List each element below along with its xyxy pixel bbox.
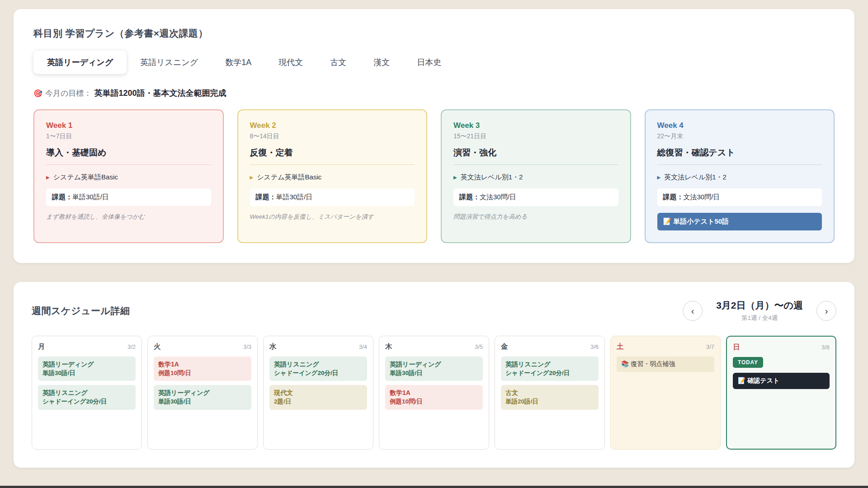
day-header: 水 3/4 [269,342,367,352]
week-3-card: Week 3 15〜21日目 演習・強化 ▶ 英文法レベル別1・2 課題：文法3… [441,109,631,243]
week-day-range: 15〜21日目 [453,132,618,141]
day-date: 3/3 [243,343,251,350]
schedule-item: 英語リーディング 単語30語/日 [385,357,483,381]
task-value: 単語30語/日 [72,193,109,201]
week-name: Week 1 [46,121,211,130]
item-subject: 古文 [505,389,594,398]
book-title: 英文法レベル別1・2 [664,173,726,182]
day-date: 3/4 [359,343,367,350]
test-label: 確認テスト [747,377,779,384]
day-header: 木 3/5 [385,342,483,352]
day-header: 火 3/3 [154,342,251,352]
next-week-button[interactable]: › [816,301,836,321]
item-task: 例題10問/日 [158,369,247,378]
tab-math-1a[interactable]: 数学1A [212,51,265,74]
item-task: 例題10問/日 [390,398,478,406]
week-book: ▶ システム英単語Basic [250,173,415,182]
task-label: 課題： [52,193,72,201]
tab-japanese-history[interactable]: 日本史 [403,51,455,74]
chevron-right-icon: › [825,306,828,315]
item-task: シャドーイング20分/日 [505,369,594,378]
tab-classical-japanese[interactable]: 古文 [316,51,360,74]
week-heading: 3月2日（月）〜の週 第1週 / 全4週 [716,299,803,322]
week-name: Week 3 [453,121,618,130]
tab-english-reading[interactable]: 英語リーディング [33,51,127,74]
item-subject: 現代文 [274,389,363,398]
week-day-range: 22〜月末 [657,132,822,141]
tab-modern-japanese[interactable]: 現代文 [265,51,316,74]
goal-text: 英単語1200語・基本文法全範囲完成 [94,88,226,99]
books-icon: 📚 [621,360,629,367]
day-header: 金 3/6 [501,342,599,352]
book-title: システム英単語Basic [257,173,321,182]
week-task-box: 課題：文法30問/日 [453,188,618,206]
week-task-box: 課題：文法30問/日 [657,188,822,206]
week-2-card: Week 2 8〜14日目 反復・定着 ▶ システム英単語Basic 課題：単語… [237,109,428,243]
monthly-goal: 🎯 今月の目標： 英単語1200語・基本文法全範囲完成 [33,88,835,99]
schedule-item: 英語リスニング シャドーイング20分/日 [269,357,367,381]
item-task: 単語20語/日 [505,398,594,406]
study-plan-card: 科目別 学習プラン（参考書×週次課題） 英語リーディング 英語リスニング 数学1… [14,9,854,263]
item-task: 単語30語/日 [42,369,131,378]
schedule-item: 数学1A 例題10問/日 [154,357,251,381]
schedule-title: 週間スケジュール詳細 [32,305,130,317]
day-column-thu: 木 3/5 英語リーディング 単語30語/日 数学1A 例題10問/日 [379,336,489,450]
subject-tabs: 英語リーディング 英語リスニング 数学1A 現代文 古文 漢文 日本史 [33,51,835,74]
plan-title: 科目別 学習プラン（参考書×週次課題） [33,27,835,40]
day-date: 3/7 [706,343,714,350]
weekly-schedule-card: 週間スケジュール詳細 ‹ 3月2日（月）〜の週 第1週 / 全4週 › 月 3/… [14,282,854,468]
day-header: 月 3/2 [38,342,136,352]
book-title: 英文法レベル別1・2 [461,173,523,182]
day-column-wed: 水 3/4 英語リスニング シャドーイング20分/日 現代文 2題/日 [263,336,373,450]
item-subject: 英語リーディング [42,360,131,369]
week-phase-title: 導入・基礎固め [46,147,211,165]
day-column-tue: 火 3/3 数学1A 例題10問/日 英語リーディング 単語30語/日 [147,336,258,450]
tab-english-listening[interactable]: 英語リスニング [127,51,212,74]
item-task: 単語30語/日 [158,398,247,406]
chevron-left-icon: ‹ [691,306,694,315]
task-label: 課題： [663,193,684,201]
target-icon: 🎯 [33,89,42,98]
day-date: 3/5 [475,343,483,350]
schedule-item: 英語リスニング シャドーイング20分/日 [501,357,599,381]
item-subject: 数学1A [158,360,247,369]
review-label: 復習・弱点補強 [631,360,675,367]
task-label: 課題： [256,193,276,201]
week-name: Week 4 [657,121,822,130]
week-cards: Week 1 1〜7日目 導入・基礎固め ▶ システム英単語Basic 課題：単… [33,109,835,243]
prev-week-button[interactable]: ‹ [683,301,703,321]
day-column-sun: 日 3/8 TODAY 📝 確認テスト [726,336,836,450]
week-day-range: 1〜7日目 [46,132,211,141]
item-task: 単語30語/日 [390,369,478,378]
week-name: Week 2 [250,121,415,130]
item-subject: 英語リーディング [390,360,478,369]
schedule-item: 数学1A 例題10問/日 [385,385,483,409]
week-4-card: Week 4 22〜月末 総復習・確認テスト ▶ 英文法レベル別1・2 課題：文… [645,109,835,243]
today-badge: TODAY [733,357,763,368]
item-subject: 数学1A [390,389,478,398]
tab-kanbun[interactable]: 漢文 [360,51,403,74]
mini-test-label: 単語小テスト50語 [673,217,729,225]
day-name: 木 [385,342,392,352]
play-icon: ▶ [453,175,457,180]
week-progress: 第1週 / 全4週 [716,314,803,322]
mini-test-badge: 📝 単語小テスト50語 [657,213,822,230]
week-task-box: 課題：単語30語/日 [250,188,415,206]
schedule-item: 英語リスニング シャドーイング20分/日 [38,385,136,409]
item-subject: 英語リスニング [42,389,131,398]
play-icon: ▶ [46,175,50,180]
review-item: 📚 復習・弱点補強 [617,357,714,372]
week-label: 3月2日（月）〜の週 [716,299,803,312]
task-label: 課題： [459,193,480,201]
day-column-sat: 土 3/7 📚 復習・弱点補強 [610,336,721,450]
day-name: 土 [617,342,624,352]
week-book: ▶ システム英単語Basic [46,173,211,182]
week-note: 問題演習で得点力を高める [453,213,618,221]
week-phase-title: 反復・定着 [250,147,415,165]
day-column-fri: 金 3/6 英語リスニング シャドーイング20分/日 古文 単語20語/日 [495,336,605,450]
day-header: 土 3/7 [617,342,714,352]
week-book: ▶ 英文法レベル別1・2 [657,173,822,182]
schedule-header: 週間スケジュール詳細 ‹ 3月2日（月）〜の週 第1週 / 全4週 › [32,299,836,322]
week-task-box: 課題：単語30語/日 [46,188,211,206]
task-value: 文法30問/日 [684,193,720,201]
